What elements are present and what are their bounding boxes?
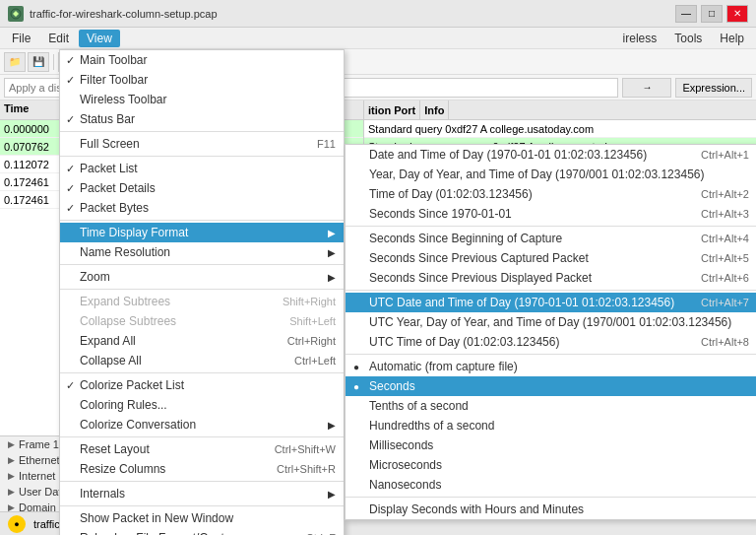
shortcut-label: F11	[317, 138, 336, 150]
menu-item-coloring-rules[interactable]: ✓ Coloring Rules...	[60, 395, 344, 415]
col-header-port: ition Port	[364, 100, 420, 119]
ts-item-utc-time[interactable]: UTC Time of Day (01:02:03.123456) Ctrl+A…	[346, 332, 756, 352]
menu-divider	[60, 481, 344, 482]
menu-item-resize-columns[interactable]: ✓ Resize Columns Ctrl+Shift+R	[60, 459, 344, 479]
menu-divider	[60, 264, 344, 265]
shortcut-label: Ctrl+Alt+5	[701, 252, 749, 264]
expand-arrow: ▶	[8, 439, 15, 449]
expand-arrow: ▶	[8, 455, 15, 465]
menu-item-reload-as[interactable]: ✓ Reload as File Format/Capture Ctrl+F	[60, 528, 344, 535]
menu-item-colorize-list[interactable]: ✓ Colorize Packet List	[60, 375, 344, 395]
ts-item-seconds[interactable]: ● Seconds	[346, 376, 756, 396]
radio-icon: ●	[353, 381, 359, 392]
menu-item-filter-toolbar[interactable]: ✓ Filter Toolbar	[60, 70, 344, 90]
ts-item-seconds-prev-disp[interactable]: Seconds Since Previous Displayed Packet …	[346, 268, 756, 288]
check-icon: ✓	[66, 202, 75, 215]
check-icon: ✓	[66, 113, 75, 126]
shortcut-label: Ctrl+Alt+4	[701, 233, 749, 244]
shortcut-label: Ctrl+Alt+1	[701, 149, 749, 161]
submenu-arrow-icon: ▶	[328, 228, 336, 238]
ts-item-milliseconds[interactable]: Milliseconds	[346, 435, 756, 455]
menu-bar: File Edit View ireless Tools Help	[0, 28, 756, 49]
window-title: traffic-for-wireshark-column-setup.pcap	[30, 8, 218, 20]
minimize-button[interactable]: —	[675, 5, 697, 23]
menu-item-collapse-all[interactable]: ✓ Collapse All Ctrl+Left	[60, 351, 344, 370]
ts-item-nanoseconds[interactable]: Nanoseconds	[346, 475, 756, 495]
submenu-arrow-icon: ▶	[328, 272, 336, 283]
menu-item-packet-details[interactable]: ✓ Packet Details	[60, 178, 344, 198]
menu-item-colorize-conv[interactable]: ✓ Colorize Conversation ▶	[60, 415, 344, 435]
ts-item-utc-date-time[interactable]: UTC Date and Time of Day (1970-01-01 01:…	[346, 293, 756, 312]
check-icon: ✓	[66, 54, 75, 67]
filter-direction[interactable]: →	[622, 78, 671, 98]
menu-item-show-packet[interactable]: ✓ Show Packet in New Window	[60, 508, 344, 528]
title-bar: traffic-for-wireshark-column-setup.pcap …	[0, 0, 756, 28]
shortcut-label: Ctrl+Alt+3	[701, 208, 749, 220]
ts-item-time-of-day[interactable]: Time of Day (01:02:03.123456) Ctrl+Alt+2	[346, 184, 756, 204]
menu-file[interactable]: File	[4, 30, 38, 47]
window-controls: — □ ✕	[675, 5, 748, 23]
menu-item-zoom[interactable]: ✓ Zoom ▶	[60, 267, 344, 287]
menu-divider	[346, 497, 756, 498]
shortcut-label: Ctrl+Right	[287, 335, 336, 347]
info-row[interactable]: Standard query 0xdf27 A college.usatoday…	[364, 120, 756, 138]
check-icon: ✓	[66, 379, 75, 392]
toolbar-btn-1[interactable]: 📁	[4, 52, 26, 72]
menu-divider	[346, 290, 756, 291]
menu-item-expand-all[interactable]: ✓ Expand All Ctrl+Right	[60, 331, 344, 351]
menu-divider	[60, 131, 344, 132]
menu-item-packet-list[interactable]: ✓ Packet List	[60, 159, 344, 178]
info-cell-info: Standard query 0xdf27 A college.usatoday…	[364, 123, 598, 135]
menu-item-reset-layout[interactable]: ✓ Reset Layout Ctrl+Shift+W	[60, 439, 344, 459]
menu-divider	[60, 289, 344, 290]
shortcut-label: Shift+Left	[289, 315, 336, 327]
submenu-arrow-icon: ▶	[328, 489, 336, 500]
menu-item-time-display[interactable]: ✓ Time Display Format ▶	[60, 223, 344, 242]
menu-item-name-resolution[interactable]: ✓ Name Resolution ▶	[60, 242, 344, 262]
ts-item-seconds-1970[interactable]: Seconds Since 1970-01-01 Ctrl+Alt+3	[346, 204, 756, 224]
expand-arrow: ▶	[8, 471, 15, 481]
col-header-info: Info	[420, 100, 449, 119]
menu-wireless[interactable]: ireless	[615, 30, 665, 47]
expand-arrow: ▶	[8, 487, 15, 497]
maximize-button[interactable]: □	[701, 5, 723, 23]
menu-item-internals[interactable]: ✓ Internals ▶	[60, 484, 344, 503]
menu-item-status-bar[interactable]: ✓ Status Bar	[60, 109, 344, 129]
menu-edit[interactable]: Edit	[40, 30, 77, 47]
check-icon: ✓	[66, 74, 75, 87]
ts-item-year-day[interactable]: Year, Day of Year, and Time of Day (1970…	[346, 165, 756, 184]
check-icon: ✓	[66, 163, 75, 175]
time-display-submenu: Date and Time of Day (1970-01-01 01:02:0…	[345, 144, 756, 520]
menu-item-expand-subtrees: ✓ Expand Subtrees Shift+Right	[60, 292, 344, 311]
close-button[interactable]: ✕	[726, 5, 748, 23]
ts-item-microseconds[interactable]: Microseconds	[346, 455, 756, 475]
app-icon	[8, 6, 24, 22]
menu-help[interactable]: Help	[712, 30, 752, 47]
menu-divider	[60, 372, 344, 373]
menu-item-packet-bytes[interactable]: ✓ Packet Bytes	[60, 198, 344, 218]
expression-button[interactable]: Expression...	[675, 78, 752, 98]
menu-item-main-toolbar[interactable]: ✓ Main Toolbar	[60, 50, 344, 70]
ts-item-automatic[interactable]: ● Automatic (from capture file)	[346, 357, 756, 376]
toolbar-btn-2[interactable]: 💾	[28, 52, 49, 72]
ts-item-date-time[interactable]: Date and Time of Day (1970-01-01 01:02:0…	[346, 145, 756, 165]
menu-view[interactable]: View	[79, 30, 120, 47]
ts-item-utc-year-day[interactable]: UTC Year, Day of Year, and Time of Day (…	[346, 312, 756, 332]
shortcut-label: Ctrl+Alt+2	[701, 188, 749, 200]
ts-item-tenths[interactable]: Tenths of a second	[346, 396, 756, 416]
shortcut-label: Ctrl+Alt+7	[701, 297, 749, 308]
menu-item-fullscreen[interactable]: ✓ Full Screen F11	[60, 134, 344, 154]
shortcut-label: Ctrl+Left	[294, 355, 336, 367]
info-header: ition Port Info	[364, 100, 756, 120]
ts-item-seconds-capture[interactable]: Seconds Since Beginning of Capture Ctrl+…	[346, 229, 756, 248]
ts-item-hundredths[interactable]: Hundredths of a second	[346, 416, 756, 435]
shortcut-label: Ctrl+Alt+8	[701, 336, 749, 348]
menu-divider	[346, 226, 756, 227]
ts-item-display-seconds[interactable]: Display Seconds with Hours and Minutes	[346, 500, 756, 519]
check-icon: ✓	[66, 182, 75, 195]
shortcut-label: Ctrl+Alt+6	[701, 272, 749, 284]
menu-item-wireless-toolbar[interactable]: ✓ Wireless Toolbar	[60, 90, 344, 109]
ts-item-seconds-prev-cap[interactable]: Seconds Since Previous Captured Packet C…	[346, 248, 756, 268]
menu-tools[interactable]: Tools	[666, 30, 710, 47]
menu-divider	[346, 354, 756, 355]
